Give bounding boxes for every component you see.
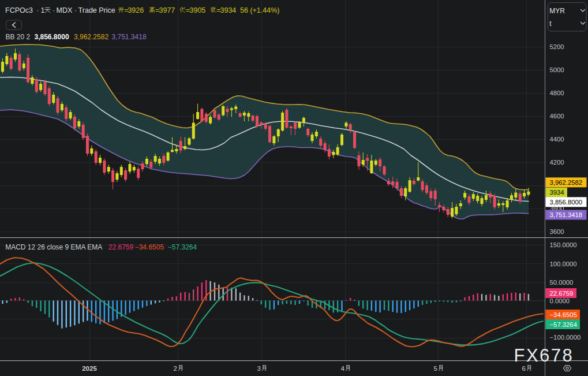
svg-text:50.0000: 50.0000 [550,279,574,286]
svg-text:BB 20 2: BB 20 2 [6,33,31,41]
svg-text:0.0000: 0.0000 [550,297,570,304]
svg-text:3905: 3905 [190,6,206,14]
svg-text:6: 6 [522,365,526,372]
svg-text:FCPOc3: FCPOc3 [5,6,33,14]
svg-text:5: 5 [434,365,437,372]
svg-text:3,856.8000: 3,856.8000 [35,33,69,41]
svg-text:5000: 5000 [550,66,564,73]
svg-text:3926: 3926 [128,6,144,14]
svg-text:4200: 4200 [550,159,564,166]
svg-text:3,751.3418: 3,751.3418 [550,211,583,218]
svg-text:4: 4 [341,365,345,372]
svg-text:·: · [36,6,39,14]
svg-text:4800: 4800 [550,90,564,96]
svg-text:Trade Price: Trade Price [78,6,115,14]
svg-text:100.0000: 100.0000 [550,260,577,267]
svg-text:MDX: MDX [57,6,73,14]
svg-text:·: · [53,6,55,14]
svg-text:3,751.3418: 3,751.3418 [112,33,147,41]
svg-text:3934: 3934 [550,189,564,196]
svg-text:2: 2 [174,365,177,372]
svg-text:150.0000: 150.0000 [550,241,577,248]
svg-text:22.6759: 22.6759 [550,290,574,297]
svg-text:5200: 5200 [550,43,564,50]
svg-text:−34.6505: −34.6505 [135,243,164,251]
svg-text:·: · [74,6,77,14]
svg-text:MYR: MYR [549,7,565,15]
svg-text:FX678: FX678 [514,345,574,366]
svg-text:2025: 2025 [82,365,97,372]
svg-text:3,962.2582: 3,962.2582 [74,33,108,41]
svg-text:3: 3 [257,365,261,372]
svg-text:4600: 4600 [550,113,564,120]
svg-text:−100.0000: −100.0000 [550,334,581,341]
svg-text:3,962.2582: 3,962.2582 [550,179,583,186]
svg-text:4400: 4400 [550,136,564,143]
svg-text:−57.3264: −57.3264 [168,243,197,251]
svg-text:−57.3264: −57.3264 [550,321,577,328]
svg-text:MACD 12 26 close 9 EMA EMA: MACD 12 26 close 9 EMA EMA [5,243,102,251]
svg-text:22.6759: 22.6759 [108,243,134,251]
svg-text:56 (+1.44%): 56 (+1.44%) [240,6,279,14]
svg-text:3,856.8000: 3,856.8000 [550,199,583,206]
svg-text:3600: 3600 [550,228,564,235]
svg-text:3934: 3934 [220,6,237,14]
svg-text:3977: 3977 [159,6,175,14]
svg-text:1: 1 [41,6,45,14]
svg-text:−34.6505: −34.6505 [550,311,577,318]
